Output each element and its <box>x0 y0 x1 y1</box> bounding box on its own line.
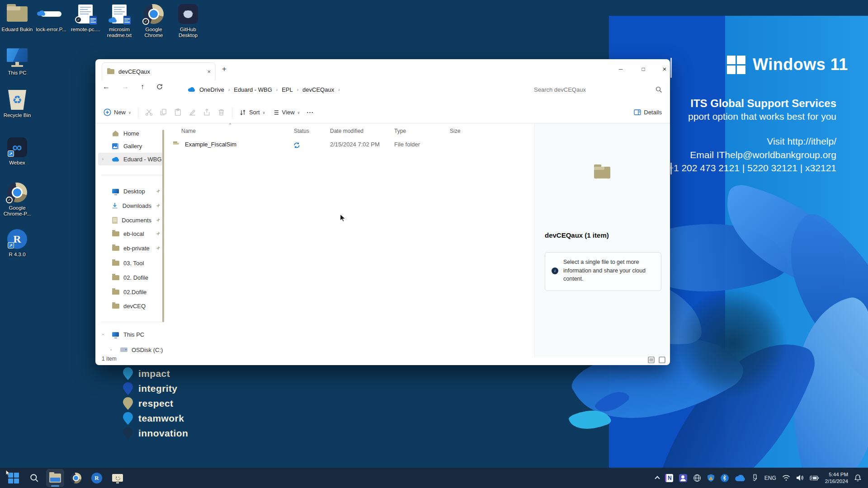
onenote-tray-icon[interactable]: N <box>665 474 673 482</box>
taskbar-chrome-button[interactable] <box>67 469 85 487</box>
values-list: impact integrity respect teamwork innova… <box>123 366 188 441</box>
expand-chevron-icon[interactable]: › <box>110 347 112 352</box>
back-button[interactable]: ← <box>103 83 110 91</box>
security-shield-tray-icon[interactable] <box>707 474 715 482</box>
breadcrumb-chevron-icon[interactable]: › <box>276 87 278 92</box>
desktop-icon-microsim-readme[interactable]: microsim readme.txt <box>102 4 137 38</box>
sidebar-item-03-tool[interactable]: 03. Tool <box>98 257 164 269</box>
start-button[interactable] <box>5 469 23 487</box>
column-header-name[interactable]: Name <box>181 128 196 134</box>
forward-button[interactable]: → <box>122 83 129 91</box>
sidebar-item-onedrive[interactable]: › Eduard - WBG <box>98 153 164 165</box>
sidebar-item-gallery[interactable]: Gallery <box>98 140 164 152</box>
github-icon <box>176 4 200 24</box>
desktop-icon-google-chrome[interactable]: ✓ Google Chrome <box>136 4 171 38</box>
value-row: respect <box>123 396 188 411</box>
tray-overflow-chevron-icon[interactable] <box>655 476 660 481</box>
breadcrumb-chevron-icon[interactable]: › <box>338 87 340 92</box>
desktop-icon-r[interactable]: R↗ R 4.3.0 <box>0 229 35 258</box>
battery-tray-icon[interactable] <box>810 475 819 481</box>
folder-icon <box>107 68 114 75</box>
close-button[interactable]: × <box>657 63 672 75</box>
search-box[interactable]: Search devCEQaux <box>528 83 668 96</box>
sidebar-item-home[interactable]: Home <box>98 127 164 140</box>
view-button[interactable]: View ∨ <box>272 109 300 116</box>
chrome-icon: ✓ <box>5 182 29 203</box>
column-header-date-modified[interactable]: Date modified <box>330 128 363 134</box>
sidebar-item-this-pc[interactable]: › This PC <box>98 328 164 341</box>
sidebar-item-downloads[interactable]: Downloads <box>98 199 164 212</box>
minimize-button[interactable]: ─ <box>613 63 628 75</box>
collapse-chevron-icon[interactable]: › <box>101 334 105 335</box>
column-header-type[interactable]: Type <box>394 128 406 134</box>
globe-tray-icon[interactable] <box>693 474 701 482</box>
more-options-button[interactable]: ··· <box>307 109 314 116</box>
breadcrumb: OneDrive › Eduard - WBG › EPL › devCEQau… <box>188 83 340 96</box>
folder-icon <box>112 259 119 267</box>
sidebar-item-devceq[interactable]: devCEQ <box>98 300 164 312</box>
breadcrumb-chevron-icon[interactable]: › <box>297 87 298 92</box>
taskbar-file-explorer-button[interactable] <box>46 469 64 487</box>
new-button[interactable]: New ∨ <box>104 108 131 116</box>
sort-button[interactable]: Sort ∨ <box>239 109 265 116</box>
up-button[interactable]: ↑ <box>141 83 144 91</box>
maximize-button[interactable]: □ <box>636 63 651 75</box>
search-input[interactable]: Search devCEQaux <box>534 86 652 93</box>
expand-chevron-icon[interactable]: › <box>102 157 104 161</box>
value-label: impact <box>138 368 170 379</box>
taskbar-remote-desktop-button[interactable] <box>108 469 127 487</box>
sidebar-item-documents[interactable]: Documents <box>98 214 164 226</box>
column-header-status[interactable]: Status <box>294 128 309 134</box>
sidebar-item-eb-private[interactable]: eb-private <box>98 242 164 254</box>
breadcrumb-item-onedrive[interactable]: OneDrive <box>199 86 224 93</box>
wifi-tray-icon[interactable] <box>782 475 790 481</box>
info-icon: i <box>552 267 558 274</box>
taskbar-clock[interactable]: 5:44 PM 2/16/2024 <box>825 471 848 485</box>
search-icon[interactable] <box>656 86 662 93</box>
breadcrumb-item-eduard-wbg[interactable]: Eduard - WBG <box>234 86 272 93</box>
taskbar-r-button[interactable]: R <box>88 469 106 487</box>
sidebar-scrollbar[interactable] <box>162 130 164 322</box>
chrome-icon: ✓ <box>142 4 165 24</box>
sidebar-item-desktop[interactable]: Desktop <box>98 185 164 197</box>
droplet-icon <box>123 382 133 395</box>
taskbar-search-button[interactable] <box>25 469 43 487</box>
desktop-icon-lock-error[interactable]: lock-error.P... <box>33 4 69 33</box>
desktop-icon-eduard-bukin[interactable]: Eduard Bukin <box>0 4 35 33</box>
list-view-toggle[interactable] <box>648 357 655 365</box>
value-row: innovation <box>123 426 188 441</box>
desktop-icon-this-pc[interactable]: This PC <box>0 47 35 76</box>
value-label: innovation <box>138 428 188 439</box>
sidebar-item-eb-local[interactable]: eb-local <box>98 227 164 240</box>
volume-tray-icon[interactable] <box>796 474 804 481</box>
desktop-icon-webex[interactable]: ∞ ↗ Webex <box>0 137 35 166</box>
details-pane-toggle[interactable]: Details <box>634 109 662 116</box>
bluetooth-tray-icon[interactable] <box>721 474 729 482</box>
breadcrumb-item-epl[interactable]: EPL <box>282 86 293 93</box>
new-tab-button[interactable]: + <box>222 65 226 74</box>
sidebar-item-osdisk[interactable]: › OSDisk (C:) <box>98 343 164 356</box>
value-label: teamwork <box>138 413 184 424</box>
desktop-icon-chrome-profile[interactable]: ✓ Google Chrome-P... <box>0 182 35 217</box>
desktop-icon-remote-pc[interactable]: ✓ remote-pc.... <box>68 4 103 33</box>
notification-bell-icon[interactable]: z <box>854 474 862 482</box>
value-label: integrity <box>138 383 177 394</box>
breadcrumb-item-devceqaux[interactable]: devCEQaux <box>302 86 334 93</box>
tab-title: devCEQaux <box>118 68 203 75</box>
sidebar-item-02-dofile[interactable]: 02. Dofile <box>98 271 164 284</box>
onedrive-tray-icon[interactable] <box>735 474 745 482</box>
text-file-icon: ✓ <box>74 4 97 24</box>
teams-tray-icon[interactable] <box>679 474 687 482</box>
refresh-button[interactable] <box>156 83 163 90</box>
desktop-icon-recycle-bin[interactable]: ♻ Recycle Bin <box>0 89 35 118</box>
explorer-tab[interactable]: devCEQaux × <box>102 62 216 80</box>
language-indicator[interactable]: ENG <box>764 475 776 481</box>
tab-close-icon[interactable]: × <box>207 68 211 75</box>
thumbnail-view-toggle[interactable] <box>659 357 665 365</box>
desktop-icon-github-desktop[interactable]: GitHub Desktop <box>170 4 206 38</box>
column-header-size[interactable]: Size <box>450 128 460 134</box>
breadcrumb-chevron-icon[interactable]: › <box>228 87 230 92</box>
file-row-name[interactable]: Example_FiscalSim <box>185 141 236 148</box>
usb-tray-icon[interactable] <box>751 474 759 482</box>
sidebar-item-02dofile[interactable]: 02.Dofile <box>98 286 164 298</box>
